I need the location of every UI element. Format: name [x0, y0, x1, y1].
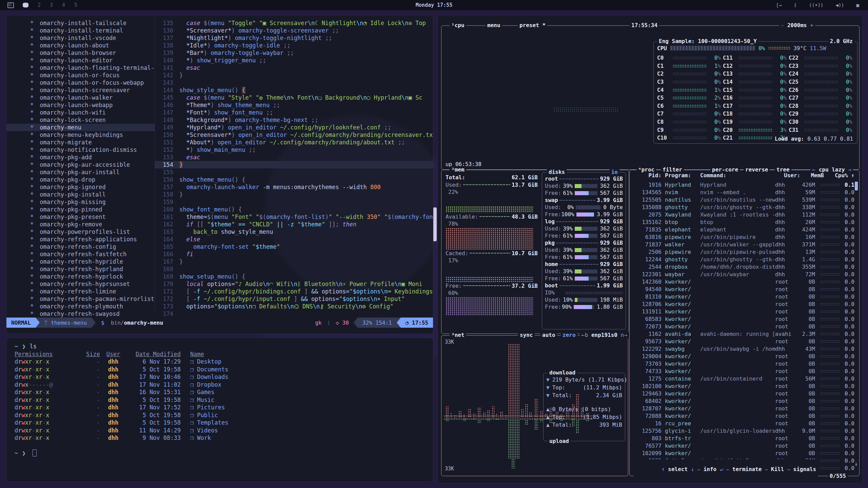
- process-row[interactable]: 68583kworker/root0B0.0: [633, 315, 854, 323]
- process-row[interactable]: 94540kworker/root0B0.0: [633, 285, 854, 293]
- code-line[interactable]: 158}: [155, 191, 433, 198]
- file-item[interactable]: *omarchy-launch-floating-terminal-: [6, 64, 155, 72]
- process-row[interactable]: 135162btopbtopdhh26M0.0: [633, 218, 854, 226]
- code-line[interactable]: 166 fi: [155, 250, 433, 258]
- process-row[interactable]: 122301waybar/usr/bin/waybardhh72M0.0: [633, 270, 854, 278]
- file-item[interactable]: *omarchy-pkg-aur-install: [6, 168, 155, 176]
- file-item[interactable]: *omarchy-refresh-plymouth: [6, 303, 155, 310]
- refresh-interval[interactable]: - 2000ms +: [779, 22, 815, 29]
- code-line[interactable]: 149 *Hyprland*) open_in_editor ~/.config…: [155, 124, 433, 131]
- code-line[interactable]: 152 *) show_main_menu ;;: [155, 146, 433, 154]
- file-item[interactable]: *omarchy-launch-wifi: [6, 109, 155, 116]
- file-item[interactable]: *omarchy-launch-or-focus-webapp: [6, 79, 155, 86]
- process-row[interactable]: 71835elephantelephantdhh424M0.0: [633, 226, 854, 233]
- file-item[interactable]: *omarchy-pkg-add: [6, 154, 155, 161]
- code-line[interactable]: 144show_style_menu() {: [155, 86, 433, 94]
- code-line[interactable]: 160show_font_menu() {: [155, 206, 433, 213]
- file-item[interactable]: *omarchy-launch-browser: [6, 49, 155, 57]
- file-item[interactable]: *omarchy-pkg-install: [6, 191, 155, 198]
- process-row[interactable]: 95673kworker/root0B0.0: [633, 338, 854, 345]
- process-row[interactable]: 125505nautilus/usr/bin/nautilus --newdhh…: [633, 196, 854, 203]
- process-row[interactable]: 73703kworker/root0B0.0: [633, 360, 854, 367]
- process-row[interactable]: 1275containe/usr/bin/containerdroot56M0.…: [633, 375, 854, 382]
- file-item[interactable]: *omarchy-launch-screensaver: [6, 86, 155, 94]
- menu-button[interactable]: menu: [486, 22, 502, 29]
- file-item[interactable]: *omarchy-pkg-pinned: [6, 206, 155, 213]
- process-row[interactable]: 122292swaybg/usr/bin/swaybg -i /homdhh43…: [633, 345, 854, 352]
- code-line[interactable]: 154}: [155, 161, 433, 168]
- code-line[interactable]: 140 *) show_trigger_menu ;;: [155, 57, 433, 64]
- process-row[interactable]: 76577kworker/root0B0.0: [633, 442, 854, 449]
- preset-button[interactable]: preset *: [518, 22, 547, 29]
- file-item[interactable]: *omarchy-refresh-fastfetch: [6, 250, 155, 258]
- code-line[interactable]: 141 esac: [155, 64, 433, 72]
- file-item[interactable]: *omarchy-refresh-hypridle: [6, 258, 155, 265]
- process-row[interactable]: 74733kworker/root0B0.0: [633, 367, 854, 375]
- code-line[interactable]: 162 if [[ "$theme" == "CNCLD" || -z "$th…: [155, 221, 433, 228]
- file-item[interactable]: *omarchy-refresh-hyprsunset: [6, 280, 155, 288]
- file-item[interactable]: *omarchy-lock-screen: [6, 116, 155, 124]
- file-item[interactable]: *omarchy-refresh-limine: [6, 288, 155, 295]
- code-line[interactable]: 135 case $(menu "Toggle" "▣ Screensaver\…: [155, 19, 433, 27]
- code-line[interactable]: 143: [155, 79, 433, 86]
- code-line[interactable]: 173 options="$options\n❒ Defaults\n⌬ DNS…: [155, 303, 433, 310]
- file-item[interactable]: *omarchy-launch-webapp: [6, 101, 155, 109]
- code-line[interactable]: 171 [ -f ~/.config/hypr/bindings.conf ] …: [155, 288, 433, 295]
- process-row[interactable]: 102099kworker/root0B0.0: [633, 449, 854, 457]
- code-line[interactable]: 163 back_to show_style_menu: [155, 228, 433, 236]
- file-item[interactable]: *omarchy-menu: [6, 124, 155, 131]
- code-line[interactable]: 139 *Bar*) omarchy-toggle-waybar ;;: [155, 49, 433, 57]
- code-line[interactable]: 136 *Screensaver*) omarchy-toggle-screen…: [155, 27, 433, 34]
- process-row[interactable]: 63816pipewire/usr/bin/pipewiredhh16M0.0: [633, 233, 854, 241]
- process-row[interactable]: 142360kworker/root0B0.0: [633, 278, 854, 285]
- code-line[interactable]: 147 *Font*) show_font_menu ;;: [155, 109, 433, 116]
- process-row[interactable]: 2506pipewire/usr/bin/pipewire-pulsedhh13…: [633, 248, 854, 256]
- process-row[interactable]: 102100kworker/root0B0.0: [633, 382, 854, 390]
- file-item[interactable]: *omarchy-pkg-remove: [6, 221, 155, 228]
- process-row[interactable]: 1162avahi-daavahi-daemon: running [avahi…: [633, 330, 854, 338]
- process-row[interactable]: 68402kworker/root0B0.0: [633, 397, 854, 405]
- file-item[interactable]: *omarchy-pkg-aur-accessible: [6, 161, 155, 168]
- net-zero-button[interactable]: zero: [561, 332, 577, 339]
- process-footer[interactable]: ↑ select ↓ ⎯ info ↵ ⎯ terminate ⎯ Kill ⎯…: [634, 459, 818, 480]
- process-row[interactable]: 2075XwaylandXwayland :1 -rootless -dhh11…: [633, 211, 854, 218]
- code-line[interactable]: 157 omarchy-launch-walker -m menus:omarc…: [155, 183, 433, 191]
- code-line[interactable]: 156show_theme_menu() {: [155, 176, 433, 183]
- code-line[interactable]: 164 else: [155, 236, 433, 243]
- file-item[interactable]: *omarchy-refresh-applications: [6, 236, 155, 243]
- net-interface[interactable]: ←b enp191s0 n→: [580, 332, 629, 339]
- code-line[interactable]: 159: [155, 198, 433, 206]
- file-item[interactable]: *omarchy-install-vscode: [6, 34, 155, 42]
- file-item[interactable]: *omarchy-pkg-present: [6, 213, 155, 221]
- process-row[interactable]: 1916HyprlandHyprlanddhh426M0.1: [633, 181, 854, 188]
- process-row[interactable]: 129004kworker/root0B0.0: [633, 352, 854, 360]
- file-item[interactable]: *omarchy-powerprofiles-list: [6, 228, 155, 236]
- process-row[interactable]: 135088ghostty/usr/bin/ghostty --gtk-dhh3…: [633, 203, 854, 211]
- scroll-down-icon[interactable]: ↓: [854, 461, 858, 467]
- file-item[interactable]: *omarchy-pkg-missing: [6, 198, 155, 206]
- file-item[interactable]: *omarchy-pkg-ignored: [6, 183, 155, 191]
- file-item[interactable]: *omarchy-launch-walker: [6, 94, 155, 101]
- file-item[interactable]: *omarchy-refresh-config: [6, 243, 155, 250]
- io-toggle[interactable]: io: [610, 169, 619, 176]
- process-row[interactable]: 803btrfs-trroot0B0.0: [633, 434, 854, 442]
- file-item[interactable]: *omarchy-refresh-hyprlock: [6, 273, 155, 280]
- code-line[interactable]: 148 *Background*) omarchy-theme-bg-next …: [155, 116, 433, 124]
- process-row[interactable]: 71837walker/usr/bin/walker --gappldhh371…: [633, 241, 854, 248]
- code-line[interactable]: 138 *Idle*) omarchy-toggle-idle ;;: [155, 42, 433, 49]
- net-auto-button[interactable]: auto: [540, 332, 557, 339]
- code-line[interactable]: 169show_setup_menu() {: [155, 273, 433, 280]
- code-line[interactable]: 145 case $(menu "Style" "❂ Theme\n✎ Font…: [155, 94, 433, 101]
- file-item[interactable]: *omarchy-refresh-pacman-mirrorlist: [6, 295, 155, 303]
- code-line[interactable]: 170 local options="♪ Audio\n◠ Wifi\nᛒ Bl…: [155, 280, 433, 288]
- code-line[interactable]: 155: [155, 168, 433, 176]
- file-item[interactable]: *omarchy-migrate: [6, 139, 155, 146]
- code-line[interactable]: 167}: [155, 258, 433, 265]
- process-row[interactable]: 81310kworker/root0B0.0: [633, 293, 854, 300]
- process-row[interactable]: 12244ghostty/usr/bin/ghostty --gtk-dhh1.…: [633, 256, 854, 263]
- code-line[interactable]: 168: [155, 265, 433, 273]
- file-item[interactable]: *omarchy-pkg-drop: [6, 176, 155, 183]
- code-line[interactable]: 165 omarchy-font-set "$theme": [155, 243, 433, 250]
- process-row[interactable]: 125756glycin-i/usr/lib/glycin-loadersdhh…: [633, 427, 854, 434]
- process-row[interactable]: 16rcu_preeroot0B0.0: [633, 420, 854, 427]
